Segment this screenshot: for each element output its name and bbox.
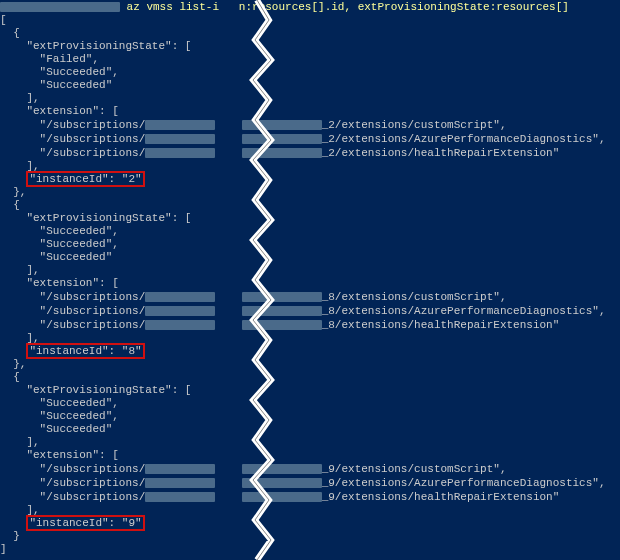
prov-state: Succeeded <box>46 225 105 237</box>
ext-name: healthRepairExtension <box>414 147 553 159</box>
prov-state: Succeeded <box>46 397 105 409</box>
ext-name: customScript <box>414 291 493 303</box>
ext-name: customScript <box>414 463 493 475</box>
instance-id-highlight: "instanceId": "2" <box>26 171 144 187</box>
prov-state: Succeeded <box>46 251 105 263</box>
ext-name: AzurePerformanceDiagnostics <box>414 477 592 489</box>
extension-label: "extension": [ <box>26 449 118 461</box>
prov-state: Succeeded <box>46 79 105 91</box>
command-cont: n:resources[].id, extProvisioningState:r… <box>239 1 569 13</box>
prov-state: Failed <box>46 53 86 65</box>
ext-prov-label: "extProvisioningState": [ <box>26 212 191 224</box>
instance-id-highlight: "instanceId": "9" <box>26 515 144 531</box>
instance-id-highlight: "instanceId": "8" <box>26 343 144 359</box>
ext-name: healthRepairExtension <box>414 491 553 503</box>
terminal-output: az vmss list-i n:resources[].id, extProv… <box>0 0 620 556</box>
prov-state: Succeeded <box>46 66 105 78</box>
ext-name: AzurePerformanceDiagnostics <box>414 305 592 317</box>
prov-state: Succeeded <box>46 423 105 435</box>
prov-state: Succeeded <box>46 238 105 250</box>
extension-label: "extension": [ <box>26 105 118 117</box>
ext-name: AzurePerformanceDiagnostics <box>414 133 592 145</box>
ext-name: customScript <box>414 119 493 131</box>
prompt-path <box>0 1 120 13</box>
ext-prov-label: "extProvisioningState": [ <box>26 40 191 52</box>
command-text: az vmss list-i <box>127 1 219 13</box>
ext-prov-label: "extProvisioningState": [ <box>26 384 191 396</box>
prov-state: Succeeded <box>46 410 105 422</box>
ext-name: healthRepairExtension <box>414 319 553 331</box>
extension-label: "extension": [ <box>26 277 118 289</box>
